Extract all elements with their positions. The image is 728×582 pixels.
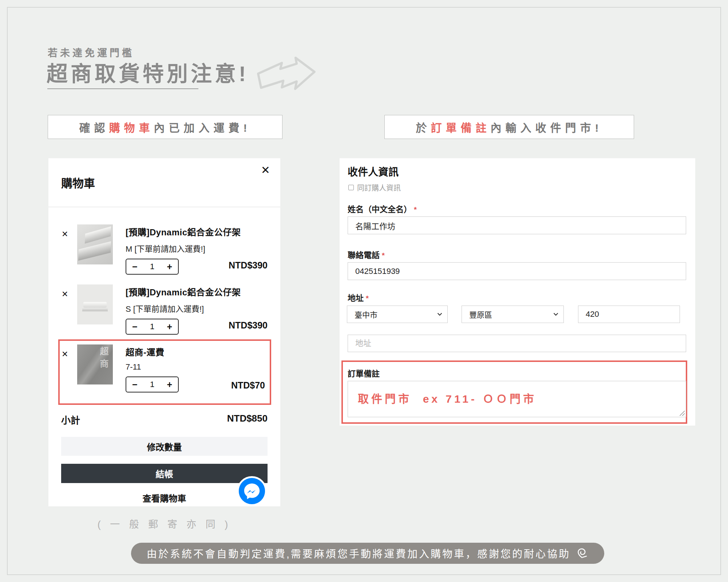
item-variant: S [下單前請加入運費!] — [126, 302, 264, 314]
product-image-shelf-s — [77, 284, 113, 324]
shipping-image: 超商 — [77, 344, 113, 384]
required-asterisk: * — [382, 251, 385, 259]
plus-icon[interactable]: + — [167, 322, 172, 331]
edit-quantity-button[interactable]: 修改數量 — [61, 437, 268, 456]
quantity-stepper[interactable]: − 1 + — [126, 319, 179, 335]
title-underline — [47, 88, 198, 89]
callout-right-highlight: 訂單備註 — [431, 119, 491, 135]
same-as-buyer-row: 同訂購人資訊 — [348, 182, 401, 193]
callout-left-highlight: 購物車 — [109, 119, 154, 135]
cart-item: ✕ [預購]Dynamic鋁合金公仔架 M [下單前請加入運費!] − 1 + … — [48, 224, 280, 283]
plus-icon[interactable]: + — [167, 262, 172, 271]
recipient-form-panel: 收件人資訊 同訂購人資訊 姓名（中文全名）* 聯絡電話* 地址* 臺中市 豐原區… — [340, 158, 695, 426]
subtotal-label: 小計 — [61, 413, 80, 426]
chevron-down-icon — [553, 313, 558, 316]
item-price: NTD$390 — [229, 320, 268, 331]
callout-right-pre: 於 — [416, 119, 431, 135]
city-select[interactable]: 臺中市 — [347, 306, 448, 323]
district-select[interactable]: 豐原區 — [462, 306, 564, 323]
scribble-icon — [575, 547, 589, 559]
minus-icon[interactable]: − — [132, 322, 138, 331]
callout-cart-shipping: 確認 購物車 內已加入運費! — [48, 115, 282, 139]
order-note-label: 訂單備註 — [348, 367, 380, 379]
callout-left-pre: 確認 — [79, 119, 109, 135]
required-asterisk: * — [366, 294, 369, 302]
hand-drawn-arrow-icon — [256, 53, 317, 92]
item-variant: M [下單前請加入運費!] — [126, 242, 264, 254]
item-price: NTD$390 — [229, 260, 268, 271]
order-note-textarea[interactable]: 取件門市 ex 711- ＯＯ門市 — [348, 381, 686, 417]
shipping-image-watermark: 超商 — [97, 347, 110, 371]
name-field[interactable] — [348, 216, 686, 234]
remove-item-icon[interactable]: ✕ — [62, 350, 68, 359]
subtotal-value: NTD$850 — [227, 413, 268, 426]
footer-note-text: 由於系統不會自動判定運費,需要麻煩您手動將運費加入購物車，感謝您的耐心協助 — [147, 546, 570, 561]
item-title: [預購]Dynamic鋁合金公仔架 — [126, 285, 264, 298]
callout-left-post: 內已加入運費! — [154, 119, 251, 135]
remove-item-icon[interactable]: ✕ — [62, 230, 68, 239]
close-icon[interactable]: ✕ — [261, 165, 270, 176]
item-title: [預購]Dynamic鋁合金公仔架 — [126, 225, 264, 238]
cart-item: ✕ [預購]Dynamic鋁合金公仔架 S [下單前請加入運費!] − 1 + … — [48, 284, 280, 343]
page-title: 超商取貨特別注意! — [47, 57, 249, 87]
quantity-value: 1 — [150, 262, 154, 271]
subtotal-row: 小計 NTD$850 — [61, 413, 268, 426]
required-asterisk: * — [414, 206, 417, 214]
phone-label: 聯絡電話* — [348, 248, 385, 260]
item-variant: 7-11 — [126, 362, 264, 372]
quantity-value: 1 — [150, 322, 154, 331]
checkout-button[interactable]: 結帳 — [61, 464, 268, 483]
callout-order-note: 於 訂單備註 內輸入收件門市! — [384, 115, 634, 139]
product-image-shelf-m — [77, 224, 113, 264]
messenger-icon[interactable] — [237, 476, 267, 506]
phone-field[interactable] — [348, 262, 686, 280]
same-as-buyer-checkbox[interactable] — [348, 185, 354, 190]
form-title: 收件人資訊 — [348, 164, 399, 179]
name-label: 姓名（中文全名）* — [348, 203, 417, 214]
footer-note-pill: 由於系統不會自動判定運費,需要麻煩您手動將運費加入購物車，感謝您的耐心協助 — [131, 543, 604, 564]
address-label: 地址* — [348, 291, 369, 303]
same-as-buyer-label: 同訂購人資訊 — [357, 182, 401, 193]
quantity-stepper[interactable]: − 1 + — [126, 376, 179, 392]
divider — [48, 207, 280, 207]
chevron-down-icon — [437, 313, 442, 316]
plus-icon[interactable]: + — [167, 380, 172, 389]
quantity-value: 1 — [150, 380, 154, 389]
quantity-stepper[interactable]: − 1 + — [126, 259, 179, 275]
remove-item-icon[interactable]: ✕ — [62, 290, 68, 299]
cart-panel: ✕ 購物車 ✕ [預購]Dynamic鋁合金公仔架 M [下單前請加入運費!] … — [48, 158, 280, 506]
street-address-field[interactable] — [348, 335, 686, 352]
cart-footnote: ( 一 般 郵 寄 亦 同 ) — [48, 517, 280, 531]
cart-title: 購物車 — [61, 174, 95, 191]
cart-item-shipping: ✕ 超商 超商-運費 7-11 − 1 + NTD$70 — [48, 344, 280, 403]
minus-icon[interactable]: − — [132, 380, 138, 389]
callout-right-post: 內輸入收件門市! — [491, 119, 603, 135]
item-title: 超商-運費 — [126, 345, 264, 358]
item-price: NTD$70 — [231, 380, 265, 391]
zip-field[interactable] — [578, 306, 680, 323]
minus-icon[interactable]: − — [132, 262, 138, 271]
